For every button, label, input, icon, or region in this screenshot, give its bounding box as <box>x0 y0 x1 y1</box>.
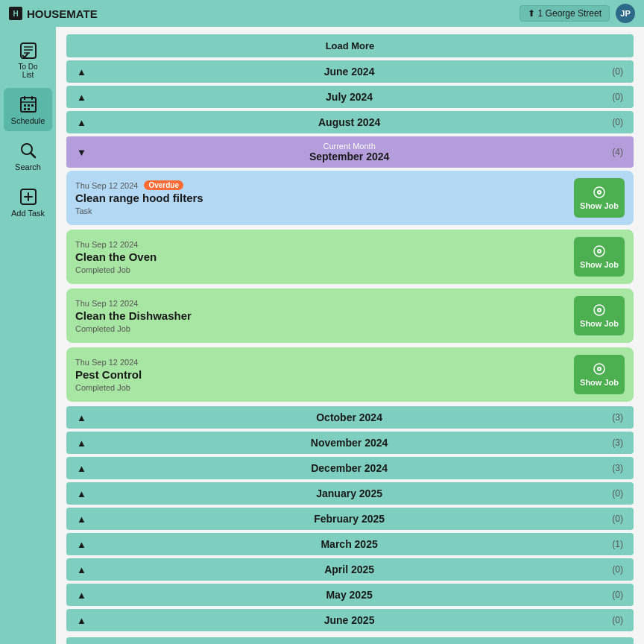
address-label: 1 George Street <box>538 8 602 19</box>
task-date-row-1: Thu Sep 12 2024 Overdue <box>75 180 574 190</box>
month-row-sep-2024[interactable]: ▼ Current Month September 2024 (4) <box>66 136 634 168</box>
month-row-dec-2024[interactable]: ▲ December 2024 (3) <box>66 457 634 479</box>
count-may-2025: (0) <box>612 590 623 600</box>
task-card-oven: Thu Sep 12 2024 Clean the Oven Completed… <box>66 230 634 284</box>
show-job-label-2: Show Job <box>580 260 619 269</box>
count-sep-2024: (4) <box>612 147 623 157</box>
chevron-icon-may: ▲ <box>77 590 86 601</box>
task-subtitle-1: Task <box>75 206 574 215</box>
svg-point-26 <box>599 309 600 311</box>
svg-rect-8 <box>24 104 26 107</box>
show-job-icon-4 <box>593 362 606 376</box>
show-job-button-2[interactable]: Show Job <box>574 237 625 277</box>
show-job-icon-2 <box>593 244 606 258</box>
show-job-button-4[interactable]: Show Job <box>574 355 625 394</box>
chevron-icon-nov: ▲ <box>77 438 86 449</box>
month-label-oct-2024: October 2024 <box>94 411 604 423</box>
month-label-sep-2024: September 2024 <box>94 151 604 162</box>
sidebar-todo-label: To Do List <box>18 63 37 79</box>
logo: H HOUSEMATE <box>9 7 98 20</box>
count-june-2024: (0) <box>612 66 623 77</box>
count-dec-2024: (3) <box>612 463 623 473</box>
chevron-icon-oct: ▲ <box>77 412 86 423</box>
task-date-row-2: Thu Sep 12 2024 <box>75 240 574 249</box>
sidebar-schedule-label: Schedule <box>11 116 45 125</box>
task-date-2: Thu Sep 12 2024 <box>75 240 138 249</box>
sidebar-item-schedule[interactable]: Schedule <box>4 88 52 131</box>
month-row-mar-2025[interactable]: ▲ March 2025 (1) <box>66 533 634 555</box>
show-job-button-3[interactable]: Show Job <box>574 296 625 335</box>
task-cards-container: Thu Sep 12 2024 Overdue Clean range hood… <box>66 171 634 402</box>
task-date-row-3: Thu Sep 12 2024 <box>75 299 574 308</box>
month-row-feb-2025[interactable]: ▲ February 2025 (0) <box>66 508 634 530</box>
task-date-row-4: Thu Sep 12 2024 <box>75 358 574 367</box>
app-body: To Do List Schedule Search <box>0 27 644 644</box>
todo-icon <box>18 40 39 61</box>
app-header: H HOUSEMATE ⬆ 1 George Street JP <box>0 0 644 27</box>
show-job-button-1[interactable]: Show Job <box>574 178 625 218</box>
load-more-top-button[interactable]: Load More <box>66 34 634 57</box>
month-label-jun-2025: June 2025 <box>94 614 604 626</box>
task-card-pest: Thu Sep 12 2024 Pest Control Completed J… <box>66 347 634 402</box>
count-mar-2025: (1) <box>612 539 623 549</box>
task-title-2: Clean the Oven <box>75 250 574 263</box>
load-more-bottom-button[interactable]: Load More <box>66 637 634 644</box>
month-label-may-2025: May 2025 <box>94 589 604 601</box>
address-icon: ⬆ <box>528 8 535 19</box>
chevron-icon-mar: ▲ <box>77 539 86 550</box>
show-job-icon-3 <box>593 303 606 317</box>
task-info-oven: Thu Sep 12 2024 Clean the Oven Completed… <box>75 240 574 274</box>
svg-rect-12 <box>28 108 30 110</box>
task-title-4: Pest Control <box>75 368 574 381</box>
address-button[interactable]: ⬆ 1 George Street <box>520 5 610 22</box>
month-row-july-2024[interactable]: ▲ July 2024 (0) <box>66 86 634 108</box>
month-row-nov-2024[interactable]: ▲ November 2024 (3) <box>66 432 634 454</box>
show-job-label-4: Show Job <box>580 378 619 387</box>
sidebar-item-search[interactable]: Search <box>4 134 52 177</box>
month-row-oct-2024[interactable]: ▲ October 2024 (3) <box>66 406 634 429</box>
sidebar-item-todo[interactable]: To Do List <box>4 34 52 85</box>
logo-text: HOUSEMATE <box>27 7 98 20</box>
chevron-icon-apr: ▲ <box>77 564 86 575</box>
month-row-jan-2025[interactable]: ▲ January 2025 (0) <box>66 482 634 505</box>
month-row-june-2024[interactable]: ▲ June 2024 (0) <box>66 60 634 83</box>
month-row-may-2025[interactable]: ▲ May 2025 (0) <box>66 584 634 606</box>
count-oct-2024: (3) <box>612 412 623 423</box>
sidebar-search-label: Search <box>15 162 41 171</box>
task-card-range-hood: Thu Sep 12 2024 Overdue Clean range hood… <box>66 171 634 225</box>
sidebar-item-add-task[interactable]: Add Task <box>4 180 52 224</box>
logo-icon: H <box>9 7 22 20</box>
chevron-icon-june: ▲ <box>77 66 86 78</box>
month-row-aug-2024[interactable]: ▲ August 2024 (0) <box>66 111 634 133</box>
add-task-icon <box>18 186 39 207</box>
chevron-icon-jun25: ▲ <box>77 615 86 626</box>
task-title-3: Clean the Dishwasher <box>75 309 574 322</box>
count-feb-2025: (0) <box>612 514 623 524</box>
sidebar: To Do List Schedule Search <box>0 27 56 644</box>
month-label-july-2024: July 2024 <box>94 91 604 103</box>
month-row-apr-2025[interactable]: ▲ April 2025 (0) <box>66 558 634 581</box>
month-label-june-2024: June 2024 <box>94 66 604 78</box>
task-date-1: Thu Sep 12 2024 <box>75 181 138 190</box>
month-label-aug-2024: August 2024 <box>94 116 604 128</box>
month-label-jan-2025: January 2025 <box>94 487 604 499</box>
task-subtitle-3: Completed Job <box>75 324 574 333</box>
task-info-range-hood: Thu Sep 12 2024 Overdue Clean range hood… <box>75 180 574 215</box>
svg-point-23 <box>599 250 600 252</box>
month-row-jun-2025[interactable]: ▲ June 2025 (0) <box>66 609 634 631</box>
chevron-icon-aug: ▲ <box>77 117 86 128</box>
task-info-pest: Thu Sep 12 2024 Pest Control Completed J… <box>75 358 574 392</box>
schedule-icon <box>18 94 39 115</box>
svg-rect-10 <box>31 104 34 107</box>
task-subtitle-4: Completed Job <box>75 383 574 392</box>
avatar-button[interactable]: JP <box>616 4 635 23</box>
svg-point-29 <box>599 368 600 370</box>
task-info-dishwasher: Thu Sep 12 2024 Clean the Dishwasher Com… <box>75 299 574 333</box>
main-content: Load More ▲ June 2024 (0) ▲ July 2024 (0… <box>56 27 644 644</box>
chevron-icon-july: ▲ <box>77 92 86 103</box>
count-apr-2025: (0) <box>612 564 623 575</box>
task-subtitle-2: Completed Job <box>75 265 574 274</box>
chevron-icon-dec: ▲ <box>77 463 86 474</box>
month-label-nov-2024: November 2024 <box>94 437 604 449</box>
month-label-apr-2025: April 2025 <box>94 564 604 575</box>
